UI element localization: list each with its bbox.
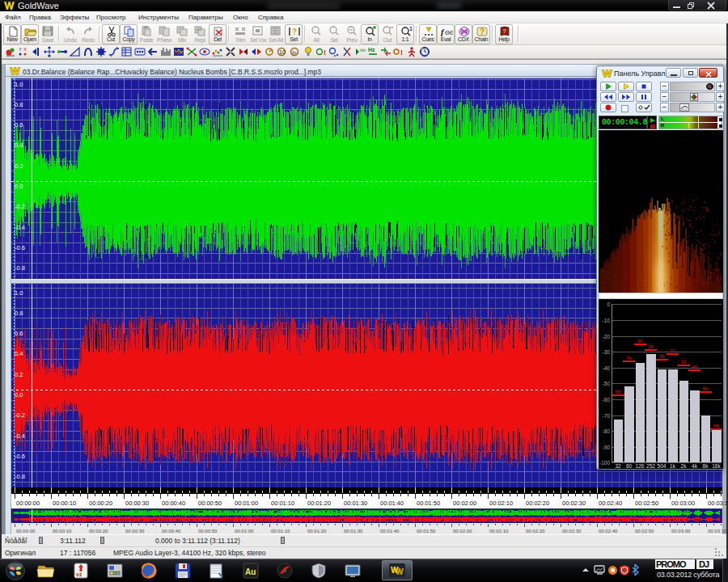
svg-text:0.2: 0.2 [15, 162, 23, 170]
svg-text:00:01:10: 00:01:10 [271, 500, 294, 507]
svg-text:-90: -90 [603, 445, 611, 450]
svg-text:Hz: Hz [368, 47, 375, 53]
svg-text:0.6: 0.6 [15, 121, 23, 129]
svg-text:00:00:00: 00:00:00 [16, 529, 36, 534]
svg-text:00:02:10: 00:02:10 [489, 500, 513, 507]
svg-text:X: X [23, 47, 27, 52]
svg-text:!: ! [400, 48, 403, 57]
svg-text:00:00:00: 00:00:00 [16, 500, 40, 507]
svg-text:00:00:30: 00:00:30 [125, 529, 145, 534]
svg-text:00:01:40: 00:01:40 [380, 500, 404, 507]
svg-text:21: 21 [670, 348, 675, 353]
svg-text:252: 252 [646, 463, 655, 469]
svg-text:-20: -20 [603, 334, 611, 340]
svg-text:33: 33 [681, 360, 687, 365]
svg-text:ΘΘ: ΘΘ [445, 29, 453, 36]
svg-text:!: ! [324, 48, 326, 57]
svg-text:00:02:30: 00:02:30 [562, 529, 582, 534]
svg-text:-30: -30 [603, 349, 611, 355]
svg-text:504: 504 [658, 463, 667, 469]
svg-text:00:01:20: 00:01:20 [307, 529, 327, 534]
svg-text:-80: -80 [603, 428, 611, 434]
svg-text:vz: vz [76, 571, 83, 577]
svg-text:00:01:30: 00:01:30 [344, 529, 363, 534]
svg-text:16k: 16k [712, 463, 721, 469]
svg-text:0.2: 0.2 [15, 371, 23, 378]
svg-text:-0.2: -0.2 [15, 411, 25, 419]
svg-text:00:01:40: 00:01:40 [380, 529, 400, 534]
svg-text:00:02:00: 00:02:00 [453, 500, 476, 507]
svg-text:Y: Y [19, 47, 22, 52]
svg-text:-0.8: -0.8 [15, 473, 25, 480]
svg-text:-60: -60 [603, 397, 611, 403]
svg-text:00:01:10: 00:01:10 [271, 529, 290, 534]
svg-text:32: 32 [615, 463, 621, 469]
svg-text:1.0: 1.0 [15, 289, 23, 297]
svg-text:-0.8: -0.8 [15, 264, 25, 272]
svg-text:00:02:50: 00:02:50 [635, 529, 654, 534]
svg-text:00:01:20: 00:01:20 [307, 500, 331, 507]
svg-text:-0.2: -0.2 [15, 203, 25, 210]
svg-text:00:03:00: 00:03:00 [671, 529, 691, 534]
svg-text:0.4: 0.4 [15, 350, 23, 357]
svg-text:?: ? [480, 27, 485, 36]
svg-text:00:02:20: 00:02:20 [526, 529, 545, 534]
svg-text:-40: -40 [603, 365, 611, 371]
svg-text:00:02:00: 00:02:00 [453, 529, 472, 534]
svg-text:00:00:10: 00:00:10 [53, 500, 76, 507]
svg-text:00:03:10: 00:03:10 [708, 529, 727, 534]
svg-text:fo: fo [292, 49, 297, 56]
svg-text:88: 88 [713, 424, 719, 428]
svg-text:35: 35 [659, 354, 665, 359]
svg-text:00:01:30: 00:01:30 [344, 500, 367, 507]
svg-text:00:03:10: 00:03:10 [708, 500, 728, 507]
svg-text:0.8: 0.8 [15, 310, 23, 317]
svg-text:00:00:20: 00:00:20 [89, 529, 108, 534]
svg-text:00:00:20: 00:00:20 [89, 500, 112, 507]
svg-text:-10: -10 [603, 318, 611, 323]
svg-text:-100: -100 [599, 460, 610, 466]
svg-text:00:02:10: 00:02:10 [489, 529, 509, 534]
svg-text:00:00:40: 00:00:40 [162, 500, 185, 507]
svg-text:00:02:20: 00:02:20 [526, 500, 549, 507]
svg-text:00:00:50: 00:00:50 [198, 500, 222, 507]
svg-text:2k: 2k [681, 463, 688, 469]
svg-text:126: 126 [636, 463, 645, 469]
svg-text:-0.6: -0.6 [15, 453, 25, 460]
svg-text:00:01:50: 00:01:50 [417, 500, 440, 507]
svg-text:00:00:30: 00:00:30 [125, 500, 149, 507]
svg-text:8k: 8k [703, 463, 709, 469]
svg-text:-0.4: -0.4 [15, 224, 25, 231]
svg-text:5k: 5k [703, 386, 709, 391]
svg-text:-0.4: -0.4 [15, 432, 25, 440]
svg-text:-70: -70 [603, 413, 611, 419]
svg-text:00:00:50: 00:00:50 [198, 529, 218, 534]
svg-text:56: 56 [616, 390, 621, 394]
svg-text:1k: 1k [670, 463, 676, 469]
svg-text:00:02:40: 00:02:40 [599, 529, 618, 534]
svg-text:0.0: 0.0 [15, 391, 23, 399]
svg-text:7k: 7k [626, 356, 632, 361]
svg-text:-0.6: -0.6 [15, 244, 25, 251]
svg-text:60: 60 [626, 463, 633, 469]
svg-text:0: 0 [607, 302, 610, 307]
svg-text:0.8: 0.8 [15, 101, 23, 108]
svg-text:0.0: 0.0 [15, 183, 23, 190]
svg-text:?: ? [292, 27, 297, 36]
svg-text:00:01:00: 00:01:00 [235, 500, 258, 507]
svg-text:4k: 4k [692, 463, 698, 469]
svg-text:1: 1 [409, 26, 413, 32]
svg-text:?: ? [503, 28, 506, 34]
svg-text:00:02:30: 00:02:30 [562, 500, 586, 507]
svg-text:26: 26 [637, 339, 643, 344]
svg-text:Hz: Hz [360, 48, 366, 53]
svg-text:00:01:00: 00:01:00 [235, 529, 254, 534]
svg-text:00:02:50: 00:02:50 [635, 500, 658, 507]
svg-text:0.4: 0.4 [15, 141, 23, 149]
svg-text:00:00:40: 00:00:40 [162, 529, 181, 534]
svg-text:10: 10 [279, 49, 286, 55]
svg-text:00:01:50: 00:01:50 [417, 529, 436, 534]
svg-text:00:03:00: 00:03:00 [671, 500, 695, 507]
svg-text:00:02:40: 00:02:40 [599, 500, 622, 507]
svg-text:00:00:10: 00:00:10 [53, 529, 72, 534]
